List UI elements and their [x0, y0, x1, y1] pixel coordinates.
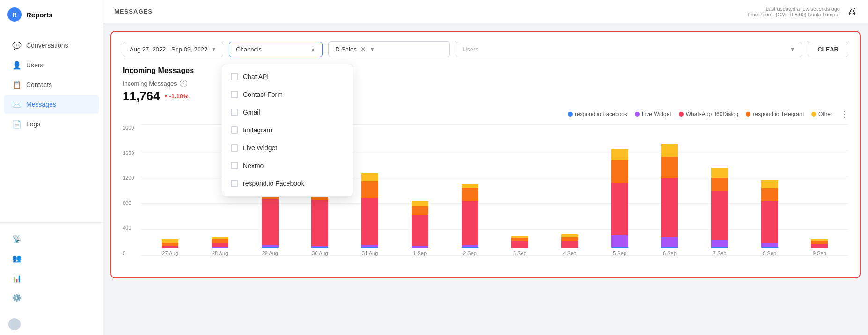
date-chevron-icon: ▼ [211, 46, 216, 52]
stacked-bar [162, 239, 178, 248]
x-label: 6 Sep [663, 250, 677, 256]
legend-dot-whatsapp [679, 112, 684, 117]
checkbox-instagram[interactable] [231, 126, 238, 134]
checkbox-chat_api[interactable] [231, 73, 238, 80]
sidebar-title: Reports [26, 11, 53, 19]
y-label: 1600 [123, 150, 138, 156]
x-label: 27 Aug [162, 250, 178, 256]
sidebar-user [0, 313, 103, 335]
users-filter[interactable]: Users ▼ [456, 42, 802, 57]
sidebar-item-conversations[interactable]: 💬Conversations [4, 36, 99, 55]
bar-group: 5 Sep [606, 149, 634, 256]
date-range-label: Aug 27, 2022 - Sep 09, 2022 [130, 46, 207, 53]
sidebar-item-messages[interactable]: ✉️Messages [4, 95, 99, 114]
sidebar-item-contacts[interactable]: 📋Contacts [4, 75, 99, 94]
dropdown-item-instagram[interactable]: Instagram [222, 121, 353, 139]
settings-icon[interactable]: ⚙️ [4, 288, 99, 307]
clear-button[interactable]: CLEAR [808, 42, 848, 57]
chart-icon[interactable]: 📊 [4, 269, 99, 287]
bar-segment-live_widget [611, 235, 628, 247]
dropdown-label-live_widget: Live Widget [243, 144, 277, 152]
help-icon[interactable]: ? [180, 80, 187, 87]
timezone: Time Zone - (GMT+08:00) Kuala Lumpur [747, 12, 840, 17]
x-label: 1 Sep [413, 250, 427, 256]
bar-segment-live_widget [412, 246, 428, 248]
content: Aug 27, 2022 - Sep 09, 2022 ▼ Channels ▲… [103, 23, 868, 335]
sidebar-item-users[interactable]: 👤Users [4, 56, 99, 74]
legend-label-whatsapp: WhatsApp 360Dialog [686, 111, 739, 117]
dropdown-item-respond_facebook[interactable]: respond.io Facebook [222, 175, 353, 192]
bar-segment-telegram [511, 238, 528, 241]
bar-segment-whatsapp [761, 201, 778, 243]
sidebar-item-label: Messages [26, 101, 56, 108]
date-range-filter[interactable]: Aug 27, 2022 - Sep 09, 2022 ▼ [123, 42, 223, 57]
x-label: 4 Sep [563, 250, 577, 256]
page-title: MESSAGES [114, 8, 153, 15]
bar-group: 9 Sep [805, 239, 833, 256]
x-label: 31 Aug [362, 250, 378, 256]
bar-group: 1 Sep [406, 201, 434, 256]
tag-close-icon[interactable]: ✕ [360, 45, 366, 53]
bar-group: 3 Sep [506, 236, 534, 256]
dropdown-label-chat_api: Chat API [243, 73, 269, 80]
bar-group: 4 Sep [556, 234, 584, 256]
bar-segment-telegram [761, 188, 778, 201]
bar-segment-whatsapp [212, 243, 228, 247]
checkbox-nexmo[interactable] [231, 162, 238, 169]
change-badge: ▼ -1.18% [164, 93, 189, 100]
bar-group: 28 Aug [206, 237, 234, 256]
messages-icon: ✉️ [12, 100, 22, 109]
channels-filter[interactable]: Channels ▲ [229, 42, 323, 57]
bar-segment-whatsapp [611, 183, 628, 235]
x-label: 28 Aug [212, 250, 228, 256]
active-tag-label: D Sales [335, 46, 357, 53]
bar-segment-telegram [361, 181, 378, 198]
legend-dot-live_widget [635, 112, 640, 117]
bar-group: 6 Sep [655, 144, 684, 256]
dropdown-item-nexmo[interactable]: Nexmo [222, 157, 353, 175]
x-label: 9 Sep [813, 250, 826, 256]
bar-segment-whatsapp [262, 199, 279, 245]
team-icon[interactable]: 👥 [4, 249, 99, 268]
bar-segment-telegram [162, 243, 178, 246]
stacked-bar [511, 236, 528, 248]
stacked-bar [561, 234, 578, 248]
dropdown-item-gmail[interactable]: Gmail [222, 103, 353, 121]
x-label: 2 Sep [463, 250, 477, 256]
radio-icon[interactable]: 📡 [4, 229, 99, 248]
bar-segment-telegram [711, 178, 728, 191]
checkbox-respond_facebook[interactable] [231, 180, 238, 187]
arrow-down-icon: ▼ [164, 94, 169, 99]
bar-segment-other [611, 149, 628, 160]
sidebar-bottom: 📡👥📊⚙️ [0, 222, 103, 313]
checkbox-live_widget[interactable] [231, 144, 238, 152]
users-icon: 👤 [12, 60, 22, 70]
stacked-bar [212, 237, 228, 248]
bar-segment-live_widget [761, 243, 778, 247]
avatar: R [7, 7, 22, 22]
bar-segment-respond_facebook [462, 247, 478, 248]
bar-group: 7 Sep [706, 168, 734, 256]
stacked-bar [811, 239, 828, 248]
sidebar-header: R Reports [0, 0, 103, 29]
bar-segment-whatsapp [511, 241, 528, 248]
legend-more-icon[interactable]: ⋮ [840, 109, 848, 119]
dropdown-item-contact_form[interactable]: Contact Form [222, 86, 353, 103]
dropdown-label-respond_facebook: respond.io Facebook [243, 180, 304, 187]
channels-chevron-icon: ▲ [310, 46, 316, 52]
bar-segment-other [162, 239, 178, 243]
bar-segment-whatsapp [561, 241, 578, 248]
bar-segment-respond_facebook [361, 247, 378, 248]
dropdown-item-live_widget[interactable]: Live Widget [222, 139, 353, 157]
sidebar-item-logs[interactable]: 📄Logs [4, 115, 99, 133]
legend-item-live_widget: Live Widget [635, 111, 671, 117]
print-icon[interactable]: 🖨 [847, 6, 857, 17]
bar-segment-whatsapp [711, 191, 728, 240]
bar-segment-live_widget [212, 247, 228, 248]
checkbox-contact_form[interactable] [231, 91, 238, 98]
sidebar-item-label: Users [26, 61, 44, 69]
bar-segment-telegram [462, 188, 478, 201]
dropdown-item-chat_api[interactable]: Chat API [222, 68, 353, 86]
bar-segment-telegram [611, 160, 628, 183]
checkbox-gmail[interactable] [231, 109, 238, 116]
